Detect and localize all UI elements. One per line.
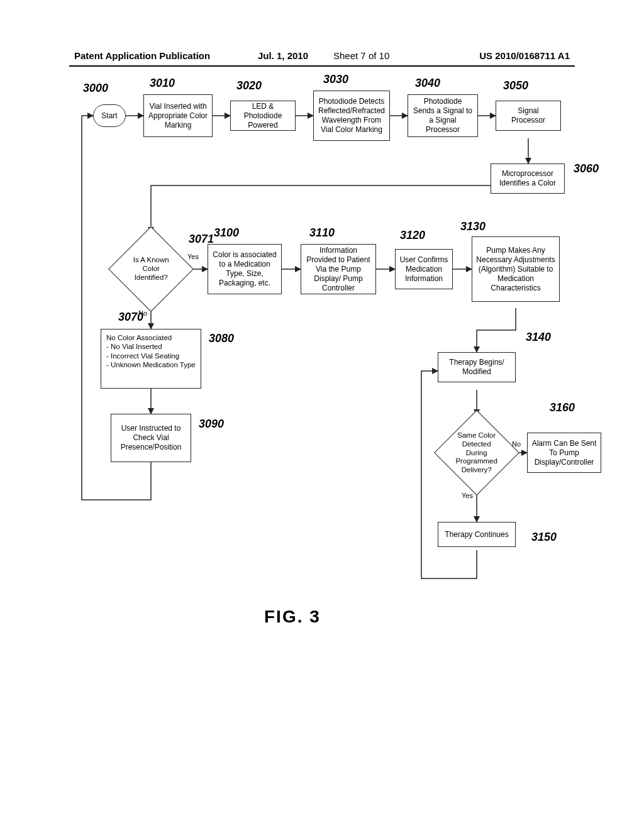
ref-3160: 3160	[550, 401, 575, 414]
node-3090: User Instructed to Check Vial Presence/P…	[111, 414, 191, 462]
page-header: Patent Application Publication Jul. 1, 2…	[0, 50, 644, 65]
label-no-3070: No	[138, 309, 147, 317]
ref-3020: 3020	[236, 79, 262, 92]
ref-3150: 3150	[531, 531, 557, 544]
ref-3040: 3040	[415, 77, 440, 90]
node-3130: Pump Makes Any Necessary Adjustments (Al…	[472, 236, 560, 302]
ref-3000: 3000	[83, 82, 108, 95]
label-yes-delivery: Yes	[462, 492, 473, 499]
figure-label: FIG. 3	[264, 607, 321, 627]
ref-3110: 3110	[309, 226, 335, 240]
ref-3050: 3050	[503, 79, 528, 92]
header-publication: Patent Application Publication	[74, 50, 210, 61]
header-date: Jul. 1, 2010	[258, 50, 308, 61]
ref-3120: 3120	[400, 229, 425, 242]
ref-3060: 3060	[574, 162, 599, 175]
node-3080: No Color Associated - No Vial Inserted -…	[101, 329, 201, 389]
node-3000-start: Start	[93, 104, 126, 127]
label-yes-3071: Yes	[187, 253, 199, 260]
ref-3010: 3010	[150, 77, 175, 90]
ref-3030: 3030	[323, 73, 348, 86]
node-3030: Photodiode Detects Reflected/Refracted W…	[313, 91, 390, 141]
node-3060: Microprocessor Identifies a Color	[491, 163, 565, 194]
node-3150: Therapy Continues	[438, 522, 516, 547]
ref-3100: 3100	[214, 226, 239, 240]
node-3040: Photodiode Sends a Signal to a Signal Pr…	[408, 94, 478, 137]
ref-3140: 3140	[526, 331, 551, 344]
label-no-delivery: No	[512, 440, 521, 448]
node-3160: Alarm Can Be Sent To Pump Display/Contro…	[527, 433, 601, 473]
node-3010: Vial Inserted with Appropriate Color Mar…	[143, 94, 213, 137]
header-sheet: Sheet 7 of 10	[333, 50, 389, 61]
node-3110: Information Provided to Patient Via the …	[301, 244, 376, 294]
node-3050: Signal Processor	[496, 101, 561, 131]
ref-3071: 3071	[189, 233, 214, 246]
node-3120: User Confirms Medication Information	[395, 249, 453, 289]
ref-3090: 3090	[199, 418, 224, 431]
node-3100: Color is associated to a Medication Type…	[208, 244, 282, 294]
node-3140: Therapy Begins/ Modified	[438, 352, 516, 382]
header-pubno: US 2010/0168711 A1	[479, 50, 570, 61]
ref-3130: 3130	[460, 220, 486, 233]
flowchart-fig-3: Start Vial Inserted with Appropriate Col…	[75, 82, 566, 761]
header-rule	[69, 65, 575, 67]
node-3020: LED & Photodiode Powered	[230, 101, 296, 131]
ref-3080: 3080	[209, 332, 234, 345]
